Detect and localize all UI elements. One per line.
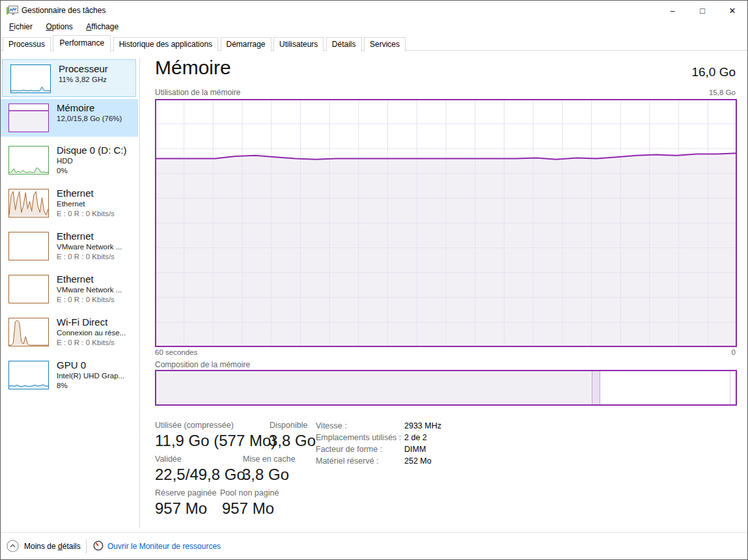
total-memory: 16,0 Go — [691, 65, 736, 79]
committed-label: Validée — [155, 455, 182, 464]
form-factor-value: DIMM — [404, 445, 426, 454]
wifi-sparkline — [8, 318, 49, 346]
performance-sidebar: Processeur 11% 3,82 GHz Mémoire 12,0/15,… — [1, 51, 139, 531]
form-factor-label: Facteur de forme : — [316, 445, 382, 454]
menubar: Fichier Options Affichage — [1, 20, 747, 34]
ethernet-sparkline — [8, 275, 49, 303]
menu-options[interactable]: Options — [40, 21, 77, 33]
sidebar-item-ethernet-3[interactable]: Ethernet VMware Network ... E : 0 R : 0 … — [1, 270, 138, 308]
tab-processus[interactable]: Processus — [3, 37, 51, 51]
memory-composition-bar — [155, 370, 737, 406]
composition-caption: Composition de la mémoire — [155, 360, 250, 369]
used-label: Utilisée (compressée) — [155, 421, 234, 430]
sidebar-item-wifi-direct[interactable]: Wi-Fi Direct Connexion au rése... E : 0 … — [1, 313, 138, 351]
sidebar-item-disque[interactable]: Disque 0 (D: C:) HDD 0% — [1, 141, 138, 179]
composition-segment-en-cours-utilisation — [156, 371, 592, 404]
menu-fichier[interactable]: Fichier — [4, 21, 38, 33]
tab-details[interactable]: Détails — [326, 37, 362, 51]
sidebar-item-memoire[interactable]: Mémoire 12,0/15,8 Go (76%) — [1, 99, 138, 137]
page-title: Mémoire — [155, 57, 231, 79]
open-resource-monitor-link[interactable]: Ouvrir le Moniteur de ressources — [107, 542, 221, 551]
reserved-label: Matériel réservé : — [316, 456, 379, 466]
tab-strip: Processus Performance Historique des app… — [1, 35, 747, 51]
sidebar-item-gpu[interactable]: GPU 0 Intel(R) UHD Grap... 8% — [1, 356, 138, 394]
memory-usage-chart — [155, 99, 737, 347]
task-manager-icon — [7, 5, 18, 16]
tab-services[interactable]: Services — [364, 37, 406, 51]
tab-performance[interactable]: Performance — [53, 35, 111, 52]
close-button[interactable]: ✕ — [717, 1, 747, 20]
paged-label: Réserve paginée — [155, 488, 217, 497]
sidebar-divider — [139, 58, 140, 528]
footer-separator — [86, 539, 87, 553]
nonpaged-label: Pool non paginé — [220, 488, 279, 497]
ethernet-sparkline — [8, 232, 49, 260]
speed-label: Vitesse : — [316, 421, 347, 430]
tab-demarrage[interactable]: Démarrage — [221, 37, 271, 51]
less-details-button[interactable]: Moins de détails — [24, 542, 81, 551]
composition-segment-modifiée — [592, 371, 600, 404]
gpu-sparkline — [8, 361, 49, 389]
sidebar-item-processeur[interactable]: Processeur 11% 3,82 GHz — [2, 59, 136, 97]
disk-sparkline — [8, 146, 49, 175]
maximize-button[interactable]: □ — [687, 1, 717, 20]
resource-monitor-icon — [93, 540, 104, 551]
reserved-value: 252 Mo — [404, 456, 432, 466]
task-manager-window: Gestionnaire des tâches – □ ✕ Fichier Op… — [0, 0, 748, 560]
paged-value: 957 Mo — [155, 499, 207, 518]
committed-value: 22,5/49,8 Go — [155, 466, 245, 484]
ethernet-sparkline — [8, 189, 49, 217]
time-axis-zero: 0 — [732, 348, 736, 356]
slots-label: Emplacements utilisés : — [316, 433, 401, 442]
usage-caption: Utilisation de la mémoire — [155, 88, 240, 97]
footer-bar: Moins de détails Ouvrir le Moniteur de r… — [1, 532, 747, 559]
cached-label: Mise en cache — [243, 455, 296, 464]
tab-historique[interactable]: Historique des applications — [113, 37, 218, 51]
composition-segment-en-veille — [600, 371, 730, 404]
usage-max-label: 15,8 Go — [709, 89, 736, 96]
used-value: 11,9 Go (577 Mo) — [155, 432, 276, 450]
nonpaged-value: 957 Mo — [222, 499, 274, 518]
sidebar-item-ethernet-2[interactable]: Ethernet VMware Network ... E : 0 R : 0 … — [1, 227, 138, 265]
speed-value: 2933 MHz — [404, 421, 441, 430]
titlebar: Gestionnaire des tâches – □ ✕ — [1, 1, 747, 20]
cached-value: 3,8 Go — [242, 466, 289, 484]
available-label: Disponible — [270, 421, 307, 430]
tab-utilisateurs[interactable]: Utilisateurs — [273, 37, 324, 51]
cpu-sparkline — [10, 64, 51, 93]
time-axis-label: 60 secondes — [155, 348, 197, 356]
sidebar-item-ethernet-1[interactable]: Ethernet Ethernet E : 0 R : 0 Kbits/s — [1, 184, 138, 222]
collapse-chevron-icon[interactable] — [7, 540, 19, 552]
window-title: Gestionnaire des tâches — [21, 6, 105, 15]
composition-segment-libre — [730, 371, 736, 404]
memory-sparkline — [8, 104, 49, 132]
slots-value: 2 de 2 — [404, 433, 427, 442]
available-value: 3,8 Go — [269, 432, 316, 450]
minimize-button[interactable]: – — [658, 1, 687, 20]
menu-affichage[interactable]: Affichage — [81, 21, 124, 33]
